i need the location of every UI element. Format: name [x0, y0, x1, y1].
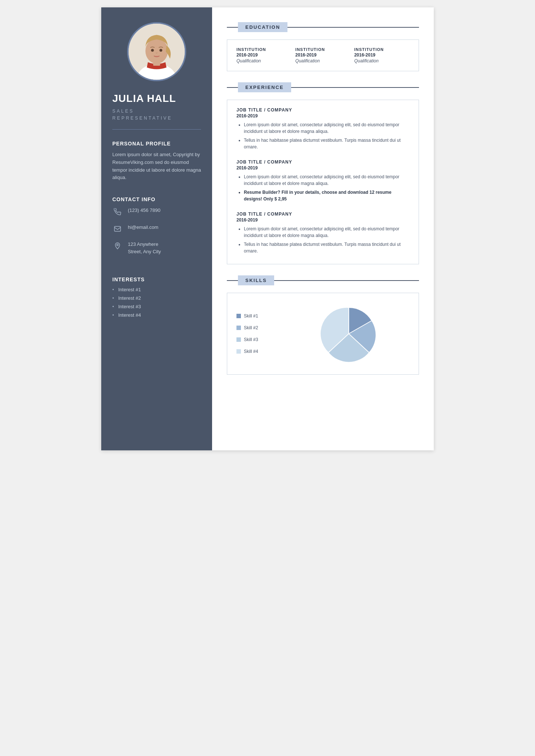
skill-label-3: Skill #3 — [244, 337, 258, 342]
education-line-left — [227, 27, 238, 28]
edu-years-3: 2016-2019 — [354, 52, 409, 58]
skills-line-left — [227, 280, 238, 281]
svg-point-5 — [160, 49, 163, 52]
pie-chart — [319, 304, 378, 363]
main-content: EDUCATION INSTITUTION 2016-2019 Qualific… — [212, 7, 434, 450]
interests-title: INTERESTS — [112, 276, 201, 282]
education-box: INSTITUTION 2016-2019 Qualification INST… — [227, 39, 419, 71]
skills-content: Skill #1 Skill #2 Skill #3 Skill #4 — [236, 300, 409, 367]
svg-point-7 — [117, 244, 118, 246]
skill-legend-item-2: Skill #2 — [236, 325, 281, 330]
pie-chart-container — [288, 304, 409, 363]
interests-section: INTERESTS Interest #1 Interest #2 Intere… — [112, 276, 201, 321]
candidate-name: JULIA HALL — [112, 92, 201, 105]
experience-section: EXPERIENCE JOB TITLE / COMPANY 2016-2019… — [227, 82, 419, 264]
list-item: Tellus in hac habitasse platea dictumst … — [244, 241, 409, 254]
location-icon — [112, 241, 123, 251]
list-item: Lorem ipsum dolor sit amet, consectetur … — [244, 173, 409, 187]
edu-qualification-2: Qualification — [295, 58, 350, 63]
education-line-right — [287, 27, 419, 28]
avatar — [127, 22, 186, 81]
edu-years-2: 2016-2019 — [295, 52, 350, 58]
list-item: Interest #4 — [112, 312, 201, 318]
contact-section: CONTACT INFO (123) 456 7890 hi@email.com — [112, 196, 201, 262]
exp-entry-3: JOB TITLE / COMPANY 2016-2019 Lorem ipsu… — [236, 212, 409, 254]
exp-years-3: 2016-2019 — [236, 217, 409, 223]
exp-bullets-1: Lorem ipsum dolor sit amet, consectetur … — [236, 121, 409, 150]
list-item: Interest #2 — [112, 295, 201, 301]
skill-legend-item-3: Skill #3 — [236, 337, 281, 342]
edu-qualification-3: Qualification — [354, 58, 409, 63]
skill-label-2: Skill #2 — [244, 325, 258, 330]
exp-bullets-3: Lorem ipsum dolor sit amet, consectetur … — [236, 226, 409, 254]
education-section: EDUCATION INSTITUTION 2016-2019 Qualific… — [227, 22, 419, 71]
list-item: Lorem ipsum dolor sit amet, consectetur … — [244, 121, 409, 135]
skill-color-1 — [236, 314, 241, 318]
sidebar: JULIA HALL SALES REPRESENTATIVE PERSONAL… — [101, 7, 212, 450]
education-label: EDUCATION — [238, 22, 287, 32]
edu-years-1: 2016-2019 — [236, 52, 292, 58]
phone-icon — [112, 207, 123, 217]
list-item: Interest #3 — [112, 304, 201, 309]
svg-rect-6 — [115, 226, 121, 231]
contact-email-item: hi@email.com — [112, 224, 201, 234]
contact-title: CONTACT INFO — [112, 196, 201, 202]
personal-profile-text: Lorem ipsum dolor sit amet, Copyright by… — [112, 151, 201, 182]
list-item: Tellus in hac habitasse platea dictumst … — [244, 137, 409, 150]
list-item: Resume Builder? Fill in your details, ch… — [244, 189, 409, 202]
contact-phone-text: (123) 456 7890 — [128, 207, 160, 214]
experience-line-left — [227, 87, 238, 88]
exp-job-title-2: JOB TITLE / COMPANY — [236, 159, 409, 165]
edu-item-3: INSTITUTION 2016-2019 Qualification — [354, 47, 409, 63]
skills-header: SKILLS — [227, 275, 419, 285]
exp-bullets-2: Lorem ipsum dolor sit amet, consectetur … — [236, 173, 409, 202]
experience-header: EXPERIENCE — [227, 82, 419, 92]
contact-email-text: hi@email.com — [128, 224, 159, 231]
email-icon — [112, 224, 123, 234]
avatar-container — [112, 22, 201, 81]
skill-color-2 — [236, 326, 241, 330]
contact-phone-item: (123) 456 7890 — [112, 207, 201, 217]
skill-label-4: Skill #4 — [244, 349, 258, 354]
skill-legend-item-4: Skill #4 — [236, 349, 281, 354]
edu-qualification-1: Qualification — [236, 58, 292, 63]
skill-label-1: Skill #1 — [244, 313, 258, 319]
skills-label: SKILLS — [238, 275, 274, 285]
list-item: Interest #1 — [112, 287, 201, 292]
resume-container: JULIA HALL SALES REPRESENTATIVE PERSONAL… — [101, 7, 434, 450]
edu-institution-1: INSTITUTION — [236, 47, 292, 52]
experience-box: JOB TITLE / COMPANY 2016-2019 Lorem ipsu… — [227, 100, 419, 264]
edu-item-1: INSTITUTION 2016-2019 Qualification — [236, 47, 292, 63]
skills-section: SKILLS Skill #1 Skill #2 — [227, 275, 419, 375]
exp-years-2: 2016-2019 — [236, 165, 409, 171]
skill-color-3 — [236, 337, 241, 342]
svg-point-4 — [151, 49, 154, 52]
edu-institution-3: INSTITUTION — [354, 47, 409, 52]
contact-address-item: 123 Anywhere Street, Any City — [112, 241, 201, 255]
exp-entry-1: JOB TITLE / COMPANY 2016-2019 Lorem ipsu… — [236, 107, 409, 150]
education-grid: INSTITUTION 2016-2019 Qualification INST… — [236, 47, 409, 63]
exp-entry-2: JOB TITLE / COMPANY 2016-2019 Lorem ipsu… — [236, 159, 409, 202]
skills-line-right — [274, 280, 419, 281]
skill-legend-item-1: Skill #1 — [236, 313, 281, 319]
experience-line-right — [291, 87, 419, 88]
svg-point-3 — [146, 38, 168, 63]
contact-address-text: 123 Anywhere Street, Any City — [128, 241, 161, 255]
job-title: SALES REPRESENTATIVE — [112, 108, 201, 122]
list-item: Lorem ipsum dolor sit amet, consectetur … — [244, 226, 409, 239]
experience-label: EXPERIENCE — [238, 82, 291, 92]
sidebar-divider — [112, 129, 201, 130]
education-header: EDUCATION — [227, 22, 419, 32]
edu-item-2: INSTITUTION 2016-2019 Qualification — [295, 47, 350, 63]
exp-job-title-3: JOB TITLE / COMPANY — [236, 212, 409, 217]
personal-profile-title: PERSONAL PROFILE — [112, 141, 201, 147]
exp-years-1: 2016-2019 — [236, 113, 409, 118]
edu-institution-2: INSTITUTION — [295, 47, 350, 52]
skills-box: Skill #1 Skill #2 Skill #3 Skill #4 — [227, 293, 419, 375]
skills-legend: Skill #1 Skill #2 Skill #3 Skill #4 — [236, 313, 281, 354]
interests-list: Interest #1 Interest #2 Interest #3 Inte… — [112, 287, 201, 318]
skill-color-4 — [236, 349, 241, 354]
exp-job-title-1: JOB TITLE / COMPANY — [236, 107, 409, 113]
